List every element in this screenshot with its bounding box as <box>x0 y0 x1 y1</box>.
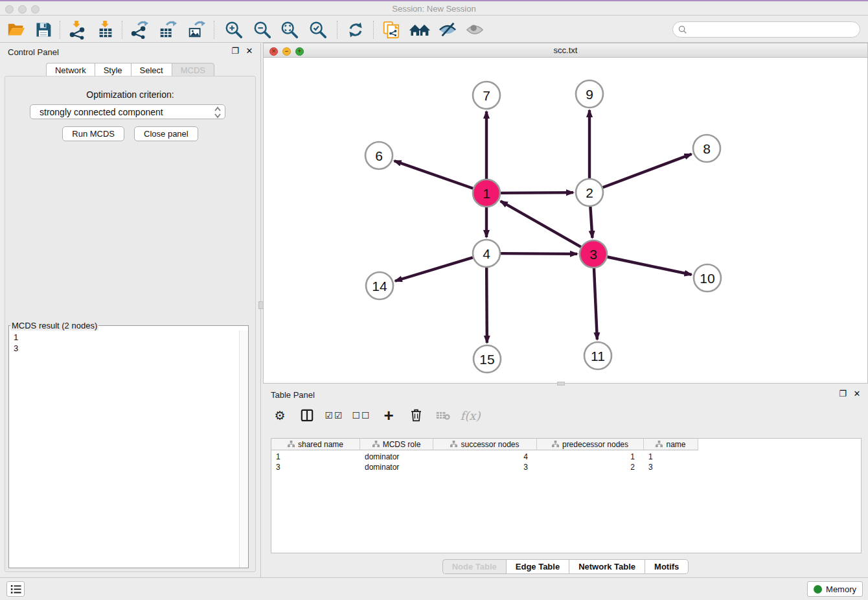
close-table-panel-icon[interactable]: ✕ <box>852 389 862 398</box>
search-input[interactable] <box>691 25 860 34</box>
table-cell[interactable]: 1 <box>537 452 644 462</box>
column-header-label: MCDS role <box>383 440 421 449</box>
graph-edge-4-14[interactable] <box>395 257 473 281</box>
float-panel-icon[interactable]: ❐ <box>231 47 240 56</box>
graph-node-label-6: 6 <box>375 148 383 163</box>
column-type-icon <box>288 441 295 448</box>
float-table-panel-icon[interactable]: ❐ <box>838 389 847 398</box>
function-builder-button[interactable]: f(x) <box>461 406 479 424</box>
table-cell[interactable]: 3 <box>271 462 360 472</box>
graph-edge-3-1[interactable] <box>501 201 581 247</box>
graph-node-label-9: 9 <box>586 87 593 102</box>
graph-edge-2-8[interactable] <box>603 154 692 187</box>
select-all-button[interactable]: ☑☑ <box>325 406 343 424</box>
network-window-titlebar[interactable]: ✕ − + scc.txt <box>264 43 867 58</box>
column-header-name[interactable]: name <box>644 439 698 450</box>
list-icon <box>10 584 21 594</box>
save-session-button[interactable] <box>32 19 54 41</box>
table-tabs: Node Table Edge Table Network Table Moti… <box>263 559 868 574</box>
open-session-button[interactable] <box>5 19 27 41</box>
zoom-selected-button[interactable] <box>307 19 329 41</box>
control-panel-title: Control Panel <box>8 47 59 57</box>
edge-layer <box>394 110 692 343</box>
table-cell[interactable]: 4 <box>433 452 537 462</box>
hide-view-button[interactable] <box>437 19 459 41</box>
zoom-in-icon <box>224 20 244 40</box>
tab-node-table[interactable]: Node Table <box>442 559 506 574</box>
import-network-button[interactable] <box>66 19 88 41</box>
status-bar: Memory <box>0 577 868 600</box>
memory-button[interactable]: Memory <box>807 581 863 597</box>
mcds-panel: Optimization criterion: strongly connect… <box>5 76 256 572</box>
table-cell[interactable]: 2 <box>537 462 644 472</box>
export-table-button[interactable] <box>157 19 179 41</box>
table-cell[interactable]: dominator <box>360 452 433 462</box>
column-header-predecessor-nodes[interactable]: predecessor nodes <box>537 439 644 450</box>
export-network-button[interactable] <box>128 19 150 41</box>
fx-icon: f(x) <box>461 409 481 422</box>
zoom-in-button[interactable] <box>223 19 245 41</box>
table-cell[interactable]: 1 <box>644 452 698 462</box>
graph-edge-4-15[interactable] <box>486 268 487 343</box>
close-panel-icon[interactable]: ✕ <box>245 47 254 56</box>
task-history-button[interactable] <box>6 581 25 597</box>
column-header-successor-nodes[interactable]: successor nodes <box>433 439 537 450</box>
delete-table-button[interactable] <box>434 406 452 424</box>
criterion-select[interactable]: strongly connected component <box>30 104 225 119</box>
column-header-MCDS-role[interactable]: MCDS role <box>360 439 433 450</box>
column-type-icon <box>552 441 559 448</box>
search-field[interactable] <box>672 21 860 38</box>
result-scrollbar[interactable] <box>239 330 248 568</box>
tab-edge-table[interactable]: Edge Table <box>506 559 569 574</box>
refresh-icon <box>347 21 365 39</box>
houses-icon <box>408 20 430 40</box>
close-panel-button[interactable]: Close panel <box>134 126 198 141</box>
show-view-button[interactable] <box>464 19 486 41</box>
control-panel: Control Panel ❐ ✕ Network Style Select M… <box>0 43 261 577</box>
unchecked-boxes-icon: ☐☐ <box>352 410 371 421</box>
import-table-button[interactable] <box>95 19 117 41</box>
eye-slash-icon <box>438 20 457 40</box>
toolbar-separator <box>60 21 60 39</box>
network-document-button[interactable] <box>380 19 402 41</box>
network-graph: 1234678910111415 <box>264 58 867 383</box>
column-header-shared-name[interactable]: shared name <box>271 439 360 450</box>
criterion-value: strongly connected component <box>40 107 163 117</box>
column-header-label: predecessor nodes <box>562 440 628 449</box>
graph-edge-4-3[interactable] <box>501 253 577 254</box>
tab-network-table[interactable]: Network Table <box>569 559 645 574</box>
toolbar-separator <box>337 21 337 39</box>
table-cell[interactable]: 1 <box>271 452 360 462</box>
checked-boxes-icon: ☑☑ <box>325 410 343 421</box>
network-canvas[interactable]: 1234678910111415 <box>264 58 867 383</box>
table-row[interactable]: 3dominator323 <box>271 462 698 472</box>
table-row[interactable]: 1dominator411 <box>271 452 698 462</box>
table-cell[interactable]: dominator <box>360 462 433 472</box>
add-column-button[interactable]: + <box>380 406 398 424</box>
mcds-result-list: 1 3 <box>14 332 18 354</box>
toolbar-separator <box>122 21 122 39</box>
import-network-icon <box>67 20 87 40</box>
zoom-out-button[interactable] <box>251 19 273 41</box>
column-type-icon <box>450 441 457 448</box>
graph-node-label-1: 1 <box>483 186 490 201</box>
graph-edge-2-3[interactable] <box>590 207 592 238</box>
table-cell[interactable]: 3 <box>644 462 698 472</box>
split-columns-button[interactable] <box>298 406 316 424</box>
home-button[interactable] <box>408 19 430 41</box>
run-mcds-button[interactable]: Run MCDS <box>62 126 124 141</box>
graph-edge-1-6[interactable] <box>394 161 474 188</box>
table-cell[interactable]: 3 <box>433 462 537 472</box>
graph-edge-1-2[interactable] <box>501 192 573 193</box>
tab-motifs[interactable]: Motifs <box>645 559 689 574</box>
graph-edge-3-10[interactable] <box>608 257 692 275</box>
vertical-splitter-handle[interactable] <box>258 301 264 309</box>
export-image-button[interactable] <box>185 19 207 41</box>
refresh-button[interactable] <box>345 19 367 41</box>
graph-edge-3-11[interactable] <box>594 268 597 340</box>
delete-column-button[interactable] <box>407 406 425 424</box>
deselect-all-button[interactable]: ☐☐ <box>352 406 371 424</box>
zoom-fit-button[interactable] <box>279 19 301 41</box>
horizontal-splitter-handle[interactable] <box>557 382 565 386</box>
gear-button[interactable]: ⚙ <box>271 406 289 424</box>
